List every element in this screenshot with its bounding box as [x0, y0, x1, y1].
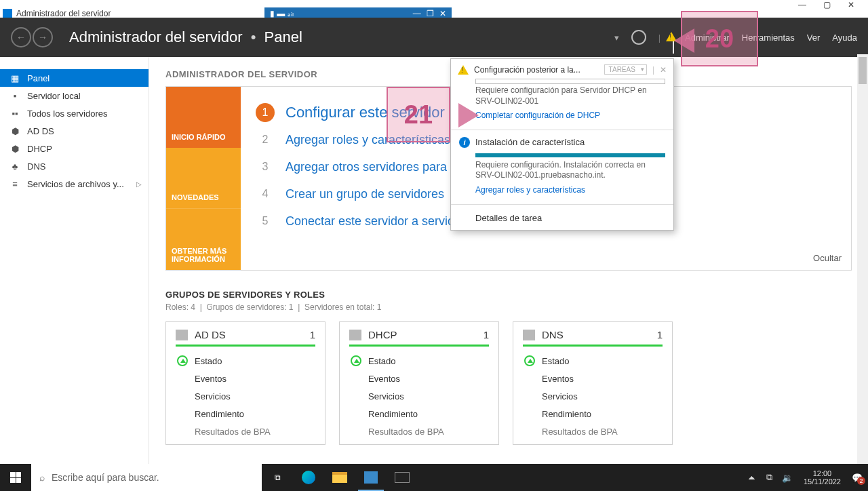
sidebar-item-label: Todos los servidores: [27, 109, 108, 119]
info-icon: i: [459, 137, 470, 148]
start-button[interactable]: [0, 464, 31, 491]
sidebar-item-label: DNS: [27, 161, 45, 172]
status-ok-icon: [524, 355, 535, 366]
notif-title: Configuración posterior a la...: [474, 65, 599, 75]
menu-ver[interactable]: Ver: [807, 33, 821, 43]
separator: |: [658, 33, 660, 43]
app-title-bar: Administrador del servidor ▮ ▬ ₐᵢₗ — ❐ ✕: [0, 9, 868, 18]
sidebar-item-adds[interactable]: ⬢ AD DS: [0, 122, 149, 140]
breadcrumb-app: Administrador del servidor: [69, 28, 243, 45]
sidebar-item-label: AD DS: [27, 126, 54, 136]
taskbar-edge[interactable]: [293, 464, 324, 491]
outer-maximize-button[interactable]: ▢: [822, 0, 831, 9]
app-minimize-button[interactable]: —: [413, 9, 421, 18]
status-ok-icon: [351, 355, 361, 366]
connection-icon: ▮ ▬ ₐᵢₗ: [270, 9, 294, 18]
menu-ayuda[interactable]: Ayuda: [832, 33, 857, 43]
tab-learn-more[interactable]: OBTENER MÁS INFORMACIÓN: [166, 208, 241, 270]
vertical-scrollbar[interactable]: [857, 54, 868, 464]
menu-herramientas[interactable]: Herramientas: [742, 33, 795, 43]
taskbar-search[interactable]: ⌕ Escribe aquí para buscar.: [31, 464, 262, 491]
breadcrumb-sep-icon: •: [251, 28, 256, 45]
taskbar-clock[interactable]: 12:00 15/11/2022: [800, 469, 845, 486]
sidebar-item-label: DHCP: [27, 144, 52, 154]
notif-close-button[interactable]: ✕: [660, 65, 667, 75]
chevron-right-icon: ▷: [136, 180, 142, 188]
role-tiles: AD DS1 Estado Eventos Servicios Rendimie…: [165, 321, 852, 445]
menu-administrar[interactable]: Administrar: [685, 33, 730, 43]
app-header: ← → Administrador del servidor • Panel ▾…: [0, 18, 868, 57]
notif-msg-2: Requiere configuración. Instalación corr…: [475, 160, 646, 180]
sidebar: ▦ Panel ▪ Servidor local ▪▪ Todos los se…: [0, 57, 149, 472]
taskbar-cmd[interactable]: [387, 464, 418, 491]
search-icon: ⌕: [39, 472, 45, 483]
sidebar-item-file-services[interactable]: ≡ Servicios de archivos y... ▷: [0, 175, 149, 193]
search-placeholder: Escribe aquí para buscar.: [52, 472, 159, 483]
nav-back-button[interactable]: ←: [11, 27, 31, 47]
tray-sound-icon[interactable]: 🔉: [782, 472, 793, 483]
taskbar: ⌕ Escribe aquí para buscar. ⧉ ⏶ ⧉ 🔉 12:0…: [0, 464, 868, 491]
sidebar-item-dns[interactable]: ♣ DNS: [0, 157, 149, 175]
dropdown-icon[interactable]: ▾: [614, 33, 619, 43]
progress-bar: [475, 79, 665, 84]
add-roles-link[interactable]: Agregar roles y características: [475, 185, 585, 196]
adds-icon: [176, 330, 188, 340]
sidebar-item-label: Servidor local: [27, 91, 81, 101]
sidebar-item-local-server[interactable]: ▪ Servidor local: [0, 87, 149, 104]
outer-close-button[interactable]: ✕: [846, 0, 856, 9]
complete-dhcp-link[interactable]: Completar configuración de DHCP: [475, 111, 600, 121]
app-title-text: Administrador del servidor: [16, 9, 111, 18]
groups-title: GRUPOS DE SERVIDORES Y ROLES: [165, 290, 852, 300]
app-close-button[interactable]: ✕: [439, 9, 446, 18]
tray-notifications-icon[interactable]: 💬: [852, 472, 863, 483]
refresh-icon[interactable]: [631, 30, 646, 45]
dhcp-icon: [349, 330, 361, 340]
adds-icon: ⬢: [9, 126, 20, 136]
server-icon: ▪: [9, 91, 20, 100]
dns-icon: ♣: [9, 161, 20, 171]
sidebar-item-dhcp[interactable]: ⬢ DHCP: [0, 140, 149, 157]
servers-icon: ▪▪: [9, 109, 20, 118]
tray-network-icon[interactable]: ⧉: [764, 472, 775, 483]
notifications-flyout: Configuración posterior a la... TAREAS |…: [450, 58, 674, 231]
files-icon: ≡: [9, 179, 20, 189]
groups-subtitle: Roles: 4 | Grupos de servidores: 1 | Ser…: [165, 302, 852, 312]
dashboard-icon: ▦: [9, 73, 20, 83]
status-ok-icon: [177, 355, 188, 366]
app-restore-button[interactable]: ❐: [427, 9, 434, 18]
tile-dns[interactable]: DNS1 Estado Eventos Servicios Rendimient…: [513, 321, 673, 445]
dns-icon: [523, 330, 535, 340]
taskbar-server-manager[interactable]: [355, 464, 387, 491]
tile-adds[interactable]: AD DS1 Estado Eventos Servicios Rendimie…: [165, 321, 326, 445]
tab-whats-new[interactable]: NOVEDADES: [166, 148, 241, 209]
sidebar-item-label: Panel: [27, 73, 50, 83]
tile-dhcp[interactable]: DHCP1 Estado Eventos Servicios Rendimien…: [339, 321, 499, 445]
notif-sec2-title: Instalación de característica: [475, 137, 585, 147]
outer-minimize-button[interactable]: —: [797, 0, 807, 9]
dhcp-icon: ⬢: [9, 144, 20, 153]
warning-icon: [458, 65, 469, 75]
sidebar-item-panel[interactable]: ▦ Panel: [0, 69, 149, 87]
install-progress-bar: [475, 153, 665, 157]
sidebar-item-all-servers[interactable]: ▪▪ Todos los servidores: [0, 104, 149, 122]
app-icon: [3, 9, 12, 18]
breadcrumb: Administrador del servidor • Panel: [69, 28, 302, 46]
sidebar-item-label: Servicios de archivos y...: [27, 179, 124, 189]
breadcrumb-page: Panel: [264, 28, 302, 45]
tab-quick-start[interactable]: INICIO RÁPIDO: [166, 87, 241, 148]
tasks-dropdown[interactable]: TAREAS: [604, 64, 647, 75]
hide-link[interactable]: Ocultar: [813, 253, 842, 263]
tray-overflow-icon[interactable]: ⏶: [747, 472, 757, 483]
notif-msg-1: Requiere configuración para Servidor DHC…: [475, 85, 647, 106]
taskbar-explorer[interactable]: [324, 464, 355, 491]
task-details-link[interactable]: Detalles de tarea: [451, 208, 673, 230]
task-view-button[interactable]: ⧉: [262, 464, 293, 491]
nav-forward-button[interactable]: →: [33, 27, 53, 47]
